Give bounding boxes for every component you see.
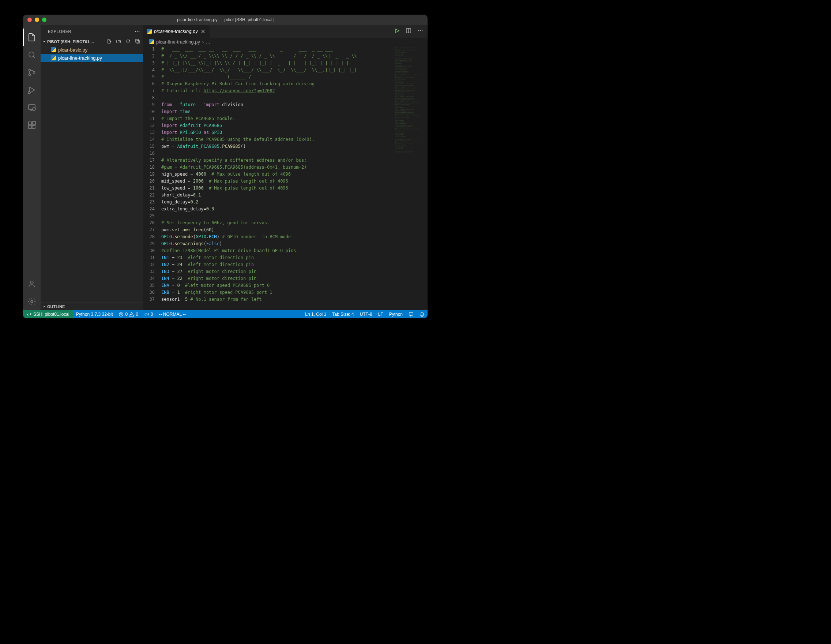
file-item[interactable]: picar-basic.py xyxy=(41,46,143,54)
tab-active[interactable]: picar-line-tracking.py xyxy=(143,25,210,38)
editor[interactable]: 1234567891011121314151617181920212223242… xyxy=(143,46,428,310)
svg-rect-8 xyxy=(29,122,32,125)
chevron-right-icon xyxy=(42,304,46,309)
python-icon xyxy=(146,29,152,34)
svg-point-0 xyxy=(29,52,34,57)
sidebar: EXPLORER PIBOT [SSH: PIBOT01.... picar-b… xyxy=(41,25,143,310)
svg-point-15 xyxy=(137,31,137,32)
refresh-icon[interactable] xyxy=(126,39,131,45)
breadcrumb-sep: › xyxy=(202,39,204,45)
window-title: picar-line-tracking.py — pibot [SSH: pib… xyxy=(177,17,274,22)
explorer-more-icon[interactable] xyxy=(134,29,140,34)
radio-icon xyxy=(144,312,149,317)
breadcrumb-file: picar-line-tracking.py xyxy=(156,39,200,45)
python-icon xyxy=(51,47,56,52)
close-button[interactable] xyxy=(27,18,32,22)
svg-line-1 xyxy=(33,56,35,58)
maximize-button[interactable] xyxy=(42,18,46,22)
status-language[interactable]: Python xyxy=(386,310,406,318)
svg-rect-10 xyxy=(32,126,35,128)
more-actions-icon[interactable] xyxy=(417,28,423,35)
file-list: picar-basic.pypicar-line-tracking.py xyxy=(41,46,143,62)
close-icon[interactable] xyxy=(200,29,206,34)
python-icon xyxy=(51,55,56,61)
minimize-button[interactable] xyxy=(35,18,39,22)
traffic-lights xyxy=(23,18,46,22)
vscode-window: picar-line-tracking.py — pibot [SSH: pib… xyxy=(23,14,428,318)
window-body: EXPLORER PIBOT [SSH: PIBOT01.... picar-b… xyxy=(23,25,428,310)
activity-bar xyxy=(23,25,41,310)
search-icon[interactable] xyxy=(23,46,41,64)
titlebar[interactable]: picar-line-tracking.py — pibot [SSH: pib… xyxy=(23,14,428,25)
remote-explorer-icon[interactable] xyxy=(23,99,41,116)
run-icon[interactable] xyxy=(394,28,400,35)
explorer-icon[interactable] xyxy=(23,29,41,46)
svg-point-22 xyxy=(422,30,422,31)
folder-header[interactable]: PIBOT [SSH: PIBOT01.... xyxy=(41,38,143,46)
folder-actions xyxy=(107,39,143,45)
svg-rect-9 xyxy=(29,126,32,128)
warning-icon xyxy=(129,312,134,317)
breadcrumb[interactable]: picar-line-tracking.py › ... xyxy=(143,38,428,46)
svg-point-21 xyxy=(420,30,420,31)
svg-point-14 xyxy=(135,31,136,32)
status-problems[interactable]: 0 0 xyxy=(116,310,141,318)
split-editor-icon[interactable] xyxy=(406,28,411,35)
outline-header[interactable]: OUTLINE xyxy=(41,302,143,310)
editor-actions xyxy=(394,25,428,38)
status-tabsize[interactable]: Tab Size: 4 xyxy=(329,310,357,318)
remote-icon xyxy=(27,312,32,317)
line-numbers: 1234567891011121314151617181920212223242… xyxy=(143,46,161,310)
settings-icon[interactable] xyxy=(23,293,41,310)
svg-point-7 xyxy=(33,108,35,110)
tabs: picar-line-tracking.py xyxy=(143,25,428,38)
svg-point-16 xyxy=(138,31,139,32)
status-feedback-icon[interactable] xyxy=(406,310,417,318)
svg-point-5 xyxy=(28,91,30,94)
outline-title: OUTLINE xyxy=(47,304,65,309)
source-control-icon[interactable] xyxy=(23,64,41,81)
status-remote[interactable]: SSH: pibot01.local xyxy=(23,310,73,318)
code-content[interactable]: # ___ ___ ___ __ __ ___ ___ _ ___ _ __ _… xyxy=(161,46,395,310)
status-remote-label: SSH: pibot01.local xyxy=(33,312,70,317)
status-vim-mode[interactable]: -- NORMAL -- xyxy=(156,310,189,318)
statusbar: SSH: pibot01.local Python 3.7.3 32-bit 0… xyxy=(23,310,428,318)
status-ports[interactable]: 0 xyxy=(141,310,156,318)
svg-point-2 xyxy=(29,70,31,71)
editor-area: picar-line-tracking.py picar-line-tracki… xyxy=(143,25,428,310)
minimap[interactable]: # ___ ___ ___ __ __ ___ ___ _ ___ _ __ _… xyxy=(395,46,428,310)
svg-point-4 xyxy=(33,72,35,73)
new-folder-icon[interactable] xyxy=(116,39,121,45)
python-icon xyxy=(149,39,154,44)
svg-rect-11 xyxy=(33,121,35,124)
folder-name: PIBOT [SSH: PIBOT01.... xyxy=(47,40,94,44)
svg-rect-17 xyxy=(136,40,138,43)
svg-point-12 xyxy=(30,281,33,284)
accounts-icon[interactable] xyxy=(23,275,41,293)
svg-point-20 xyxy=(418,30,419,31)
breadcrumb-more: ... xyxy=(206,39,210,45)
status-bell-icon[interactable] xyxy=(417,310,428,318)
file-name: picar-basic.py xyxy=(58,47,88,53)
file-name: picar-line-tracking.py xyxy=(58,55,102,61)
svg-point-3 xyxy=(29,74,31,76)
status-encoding[interactable]: UTF-8 xyxy=(357,310,375,318)
explorer-title: EXPLORER xyxy=(48,29,71,33)
collapse-icon[interactable] xyxy=(135,39,140,45)
extensions-icon[interactable] xyxy=(23,116,41,134)
status-python[interactable]: Python 3.7.3 32-bit xyxy=(73,310,116,318)
run-debug-icon[interactable] xyxy=(23,81,41,99)
chevron-down-icon xyxy=(42,40,46,44)
error-icon xyxy=(118,312,124,317)
tab-label: picar-line-tracking.py xyxy=(154,29,198,34)
svg-point-13 xyxy=(31,300,33,303)
new-file-icon[interactable] xyxy=(107,39,111,45)
file-item[interactable]: picar-line-tracking.py xyxy=(41,54,143,62)
svg-point-24 xyxy=(146,314,147,315)
sidebar-header: EXPLORER xyxy=(41,25,143,38)
status-position[interactable]: Ln 1, Col 1 xyxy=(302,310,329,318)
status-eol[interactable]: LF xyxy=(375,310,386,318)
